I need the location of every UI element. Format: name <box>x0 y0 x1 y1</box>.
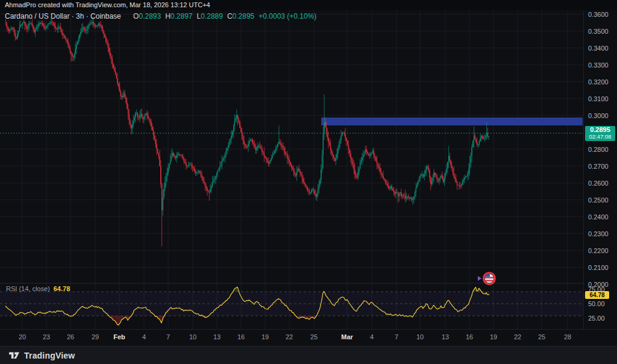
time-tick-label: Mar <box>341 333 353 340</box>
time-tick-label: 19 <box>262 333 269 340</box>
price-tick-label: 0.2100 <box>588 264 609 271</box>
high-label: H <box>165 12 171 20</box>
tradingview-logo-icon[interactable] <box>8 350 20 361</box>
tradingview-chart-window: AhmadPro created with TradingView.com, M… <box>0 0 617 364</box>
time-tick-label: 4 <box>142 333 146 340</box>
time-tick-label: 13 <box>442 333 449 340</box>
current-price-label: 0.2895 02:47:08 <box>585 126 615 141</box>
time-tick-label: 13 <box>213 333 221 340</box>
price-tick-label: 0.3000 <box>588 112 609 119</box>
price-tick-label: 0.2300 <box>588 230 609 237</box>
price-axis[interactable]: 0.36000.35000.34000.33000.32000.31000.30… <box>583 0 617 329</box>
time-tick-label: 16 <box>237 333 245 340</box>
rsi-tick-label: 50.00 <box>588 300 605 307</box>
open-value: 0.2893 <box>139 12 161 20</box>
rsi-current-value: 64.78 <box>54 285 70 292</box>
low-value: 0.2889 <box>201 12 223 20</box>
time-tick-label: 4 <box>370 333 374 340</box>
price-tick-label: 0.2800 <box>588 146 609 153</box>
price-tick-label: 0.2600 <box>588 180 609 187</box>
time-tick-label: 7 <box>395 333 398 340</box>
time-tick-label: 16 <box>466 333 473 340</box>
time-tick-label: 20 <box>19 333 26 340</box>
rsi-title[interactable]: RSI (14, close) <box>6 285 50 292</box>
symbol-title[interactable]: Cardano / US Dollar · 3h · Coinbase <box>5 12 121 20</box>
rsi-value-label: 64.78 <box>585 291 609 299</box>
rsi-tick-label: 25.00 <box>588 315 605 322</box>
ohlc-readout: O0.2893H0.2897L0.2889C0.2895+0.0003 (+0.… <box>129 12 316 20</box>
time-tick-label: 7 <box>166 333 170 340</box>
time-tick-label: 26 <box>67 333 74 340</box>
bar-close-countdown: 02:47:08 <box>585 134 615 140</box>
price-tick-label: 0.3400 <box>588 45 609 52</box>
price-tick-label: 0.2700 <box>588 163 609 170</box>
price-tick-label: 0.2200 <box>588 247 609 254</box>
time-tick-label: 29 <box>92 333 99 340</box>
candlestick-rsi-chart[interactable] <box>0 0 583 329</box>
time-tick-label: Feb <box>113 333 125 340</box>
price-tick-label: 0.3200 <box>588 78 609 86</box>
high-value: 0.2897 <box>171 12 193 20</box>
time-tick-label: 25 <box>538 333 545 340</box>
rsi-indicator-label[interactable]: RSI (14, close)64.78 <box>6 285 70 292</box>
chart-canvas[interactable]: Cardano / US Dollar · 3h · Coinbase O0.2… <box>0 0 583 329</box>
time-tick-label: 23 <box>43 333 50 340</box>
price-tick-label: 0.3300 <box>588 61 609 69</box>
price-tick-label: 0.2500 <box>588 196 609 204</box>
attribution-bar: AhmadPro created with TradingView.com, M… <box>0 0 617 10</box>
time-tick-label: 22 <box>514 333 521 340</box>
time-tick-label: 10 <box>189 333 196 340</box>
change-value: +0.0003 (+0.10%) <box>258 12 316 20</box>
time-tick-label: 28 <box>564 333 571 340</box>
close-label: C <box>227 12 233 20</box>
time-tick-label: 10 <box>416 333 424 340</box>
time-axis[interactable]: 20232629Feb47101316192225Mar471013161922… <box>0 329 617 346</box>
price-tick-label: 0.2400 <box>588 213 609 221</box>
price-tick-label: 0.3500 <box>588 28 609 35</box>
price-tick-label: 0.3600 <box>588 11 609 18</box>
bottom-toolbar: TradingView <box>0 346 617 364</box>
time-tick-label: 25 <box>310 333 318 340</box>
symbol-info[interactable]: Cardano / US Dollar · 3h · Coinbase O0.2… <box>5 12 316 20</box>
time-tick-label: 22 <box>286 333 293 340</box>
tradingview-logo-text[interactable]: TradingView <box>24 351 75 360</box>
time-tick-label: 19 <box>490 333 497 340</box>
attribution-text: AhmadPro created with TradingView.com, M… <box>5 1 210 8</box>
close-value: 0.2895 <box>233 12 255 20</box>
economic-event-icon[interactable] <box>478 273 495 284</box>
price-tick-label: 0.3100 <box>588 95 609 102</box>
